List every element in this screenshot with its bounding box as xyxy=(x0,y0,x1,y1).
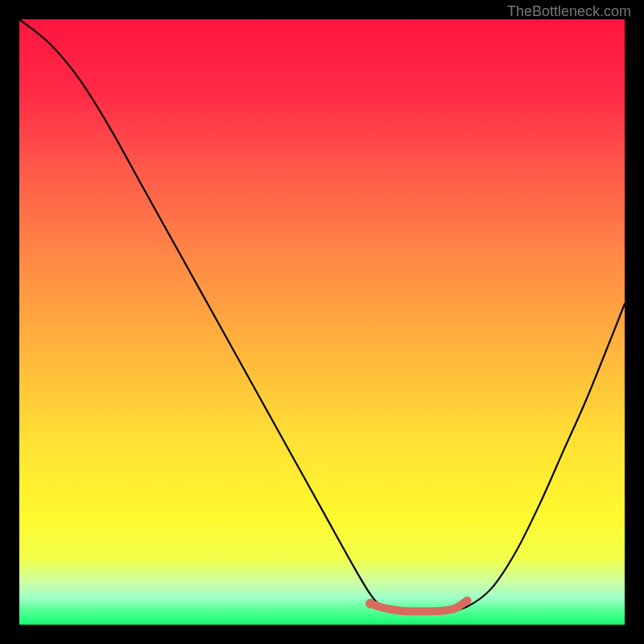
svg-point-1 xyxy=(365,599,375,609)
optimal-range-highlight xyxy=(19,19,625,625)
chart-container: TheBottleneck.com xyxy=(0,0,644,644)
watermark-text: TheBottleneck.com xyxy=(507,3,631,20)
plot-area xyxy=(19,19,625,625)
